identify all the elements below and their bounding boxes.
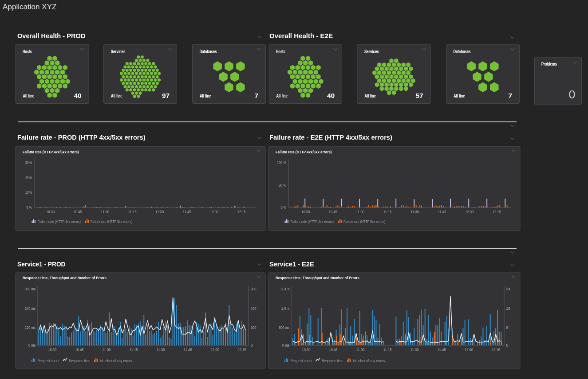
svg-text:10:30: 10:30 xyxy=(302,348,311,352)
svg-text:Failure rate (HTTP 4xx errors): Failure rate (HTTP 4xx errors) xyxy=(38,219,81,224)
svg-text:11:00: 11:00 xyxy=(103,348,111,352)
svg-text:12:00: 12:00 xyxy=(465,210,474,214)
svg-text:10:30: 10:30 xyxy=(48,348,57,352)
svg-text:7: 7 xyxy=(255,92,259,99)
svg-text:Overall Health - PROD: Overall Health - PROD xyxy=(17,32,86,39)
svg-text:10:30: 10:30 xyxy=(301,210,310,214)
svg-text:100 %: 100 % xyxy=(277,160,286,165)
svg-text:Failure rate (HTTP 4xx/5xx err: Failure rate (HTTP 4xx/5xx errors) xyxy=(23,149,79,154)
svg-text:40: 40 xyxy=(74,92,82,99)
svg-text:Overall Health - E2E: Overall Health - E2E xyxy=(269,32,333,39)
svg-text:0 ms: 0 ms xyxy=(282,343,289,348)
svg-text:0: 0 xyxy=(251,343,253,348)
svg-text:12:00: 12:00 xyxy=(465,348,473,352)
svg-text:30 %: 30 % xyxy=(25,160,32,165)
svg-text:360 ms: 360 ms xyxy=(25,287,36,291)
svg-text:Request count: Request count xyxy=(291,358,312,363)
svg-text:All fine: All fine xyxy=(23,94,35,98)
svg-text:10:45: 10:45 xyxy=(329,348,338,352)
svg-text:7: 7 xyxy=(509,92,513,99)
svg-text:10:45: 10:45 xyxy=(75,348,84,352)
svg-text:11:30: 11:30 xyxy=(155,210,164,214)
svg-text:12:15: 12:15 xyxy=(493,210,501,214)
svg-text:120 ms: 120 ms xyxy=(25,325,36,330)
svg-text:11:15: 11:15 xyxy=(383,210,392,214)
svg-text:240 ms: 240 ms xyxy=(25,306,36,311)
svg-text:All fine: All fine xyxy=(111,94,122,98)
svg-text:All fine: All fine xyxy=(276,94,288,98)
svg-text:Services: Services xyxy=(364,49,379,54)
svg-text:11:00: 11:00 xyxy=(356,210,364,214)
svg-text:0 %: 0 % xyxy=(27,205,32,210)
svg-text:97: 97 xyxy=(162,92,170,99)
svg-text:12:00: 12:00 xyxy=(211,348,219,352)
svg-text:Failure rate (HTTP 4xx/5xx err: Failure rate (HTTP 4xx/5xx errors) xyxy=(276,149,332,154)
svg-text:20 %: 20 % xyxy=(25,176,32,180)
svg-text:Databases: Databases xyxy=(454,49,471,54)
svg-text:Response time, Throughput and: Response time, Throughput and Number of … xyxy=(276,275,359,280)
svg-text:12:00: 12:00 xyxy=(210,210,218,214)
svg-text:Service1 - PROD: Service1 - PROD xyxy=(17,260,66,268)
svg-text:Databases: Databases xyxy=(200,49,217,54)
svg-text:11:15: 11:15 xyxy=(383,348,392,352)
svg-text:Application XYZ: Application XYZ xyxy=(3,3,57,11)
svg-text:600: 600 xyxy=(251,287,257,291)
svg-text:0 ms: 0 ms xyxy=(28,343,36,348)
svg-text:57: 57 xyxy=(415,92,423,99)
svg-text:50 %: 50 % xyxy=(279,183,287,188)
svg-text:Number of any errors: Number of any errors xyxy=(100,358,132,363)
svg-text:10 %: 10 % xyxy=(25,190,32,195)
svg-text:12:15: 12:15 xyxy=(492,348,500,352)
svg-text:10:45: 10:45 xyxy=(329,210,337,214)
svg-text:11:30: 11:30 xyxy=(410,210,419,214)
svg-text:11:15: 11:15 xyxy=(130,348,138,352)
svg-text:10:45: 10:45 xyxy=(74,210,82,214)
svg-text:11:45: 11:45 xyxy=(438,210,446,214)
svg-text:Failure rate (HTTP 5xx errors): Failure rate (HTTP 5xx errors) xyxy=(343,219,385,224)
svg-text:All fine: All fine xyxy=(200,94,211,98)
svg-text:Failure rate (HTTP 4xx errors): Failure rate (HTTP 4xx errors) xyxy=(291,219,334,224)
svg-text:Problems: Problems xyxy=(541,61,557,66)
svg-text:Failure rate (HTTP 5xx errors): Failure rate (HTTP 5xx errors) xyxy=(91,219,132,224)
svg-text:All fine: All fine xyxy=(454,94,465,98)
svg-text:400: 400 xyxy=(251,306,257,311)
svg-text:Hosts: Hosts xyxy=(276,49,285,54)
svg-text:Number of any errors: Number of any errors xyxy=(353,358,385,363)
svg-text:11:30: 11:30 xyxy=(410,348,419,352)
svg-text:11:15: 11:15 xyxy=(128,210,137,214)
svg-text:Hosts: Hosts xyxy=(23,49,32,54)
svg-text:24: 24 xyxy=(506,287,511,291)
svg-text:Response time: Response time xyxy=(69,358,90,363)
svg-text:11:45: 11:45 xyxy=(183,210,191,214)
svg-text:11:30: 11:30 xyxy=(157,348,165,352)
svg-text:11:45: 11:45 xyxy=(184,348,192,352)
svg-text:Services: Services xyxy=(111,49,126,54)
svg-text:All fine: All fine xyxy=(365,94,376,98)
svg-text:Failure rate - E2E (HTTP 4xx/5: Failure rate - E2E (HTTP 4xx/5xx errors) xyxy=(269,133,392,141)
svg-text:200: 200 xyxy=(251,325,257,330)
svg-text:800 ms: 800 ms xyxy=(279,325,289,330)
svg-text:Failure rate - PROD (HTTP 4xx/: Failure rate - PROD (HTTP 4xx/5xx errors… xyxy=(17,133,146,141)
svg-text:10:30: 10:30 xyxy=(46,210,55,214)
svg-text:11:45: 11:45 xyxy=(438,348,446,352)
svg-text:16: 16 xyxy=(506,306,511,311)
svg-text:12:15: 12:15 xyxy=(237,210,246,214)
svg-text:0: 0 xyxy=(568,88,575,101)
svg-text:12:15: 12:15 xyxy=(238,348,246,352)
svg-text:Request count: Request count xyxy=(38,358,59,363)
svg-text:Response time: Response time xyxy=(322,358,343,363)
svg-text:Service1 - E2E: Service1 - E2E xyxy=(269,260,314,268)
svg-text:1.6 s: 1.6 s xyxy=(281,306,290,311)
svg-text:8: 8 xyxy=(506,325,509,330)
svg-text:Response time, Throughput and: Response time, Throughput and Number of … xyxy=(23,275,107,280)
svg-text:0 %: 0 % xyxy=(281,205,287,210)
svg-text:11:00: 11:00 xyxy=(356,348,365,352)
svg-text:0: 0 xyxy=(506,343,509,348)
svg-text:11:00: 11:00 xyxy=(101,210,109,214)
svg-text:40: 40 xyxy=(327,92,335,99)
svg-text:2.4 s: 2.4 s xyxy=(281,287,290,291)
